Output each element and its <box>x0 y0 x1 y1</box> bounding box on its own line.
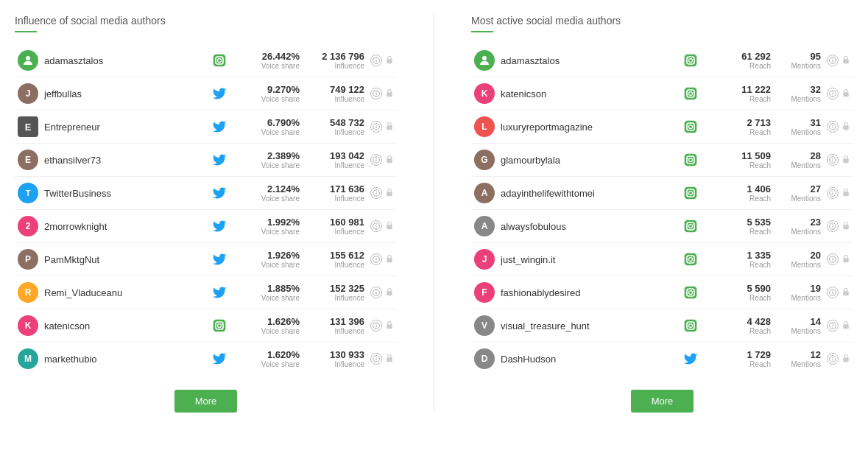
voice-share-label: Voice share <box>233 228 300 236</box>
influence-label: Influence <box>306 194 364 203</box>
svg-point-112 <box>832 291 833 292</box>
voice-share-label: Voice share <box>233 194 300 203</box>
voice-share-label: Voice share <box>233 360 300 368</box>
reach-label: Reach <box>705 161 771 169</box>
table-row: K katenicson 1.626% Voice share 131 396 … <box>15 309 397 343</box>
svg-point-49 <box>482 56 487 60</box>
table-row: J just_wingin.it 1 335 Reach 20 Mentions <box>471 243 853 276</box>
voice-share-value: 1.620% <box>233 349 300 360</box>
influence-stats: 155 612 Influence <box>306 250 364 269</box>
info-icon[interactable] <box>827 320 839 332</box>
lock-icon <box>385 254 394 264</box>
mentions-stats: 12 Mentions <box>777 349 821 368</box>
info-icon[interactable] <box>827 253 839 265</box>
info-icon[interactable] <box>827 220 839 232</box>
svg-point-69 <box>693 123 694 124</box>
voice-share-stats: 2.389% Voice share <box>233 150 300 169</box>
voice-share-stats: 6.790% Voice share <box>233 117 300 136</box>
action-icons <box>827 287 850 298</box>
reach-stats: 1 729 Reach <box>705 349 771 368</box>
avatar: G <box>474 150 495 170</box>
info-icon[interactable] <box>827 121 839 133</box>
author-name: 2morrowknight <box>44 221 205 232</box>
reach-stats: 11 509 Reach <box>705 150 771 169</box>
lock-icon <box>385 320 394 331</box>
voice-share-value: 1.885% <box>233 283 300 294</box>
action-icons <box>370 253 394 265</box>
svg-point-11 <box>375 92 376 93</box>
reach-value: 11 222 <box>705 84 771 95</box>
mentions-value: 12 <box>777 349 821 360</box>
influence-stats: 131 396 Influence <box>306 316 364 335</box>
info-icon[interactable] <box>827 154 839 166</box>
voice-share-stats: 1.926% Voice share <box>233 250 300 269</box>
mentions-stats: 27 Mentions <box>777 183 821 203</box>
action-icons <box>827 88 850 99</box>
reach-label: Reach <box>705 228 771 236</box>
info-icon[interactable] <box>370 121 382 133</box>
mentions-label: Mentions <box>777 194 821 203</box>
table-row: A adayinthelifewithtomei 1 406 Reach 27 … <box>471 177 853 210</box>
influence-value: 160 981 <box>306 217 364 228</box>
mentions-value: 23 <box>777 217 821 228</box>
svg-point-61 <box>693 90 694 91</box>
table-row: J jeffbullas 9.270% Voice share 749 122 … <box>15 77 397 111</box>
mentions-value: 14 <box>777 316 821 327</box>
svg-rect-32 <box>387 258 392 262</box>
info-icon[interactable] <box>370 353 382 365</box>
info-icon[interactable] <box>370 253 382 265</box>
reach-stats: 5 590 Reach <box>705 283 771 302</box>
svg-rect-121 <box>843 324 849 329</box>
author-name: katenicson <box>44 320 205 332</box>
reach-label: Reach <box>705 360 771 368</box>
reach-stats: 2 713 Reach <box>705 117 771 136</box>
action-icons <box>827 55 850 66</box>
reach-value: 2 713 <box>705 117 771 128</box>
avatar: T <box>18 183 38 203</box>
svg-rect-16 <box>387 125 392 130</box>
lock-icon <box>385 55 394 66</box>
info-icon[interactable] <box>827 353 839 365</box>
avatar: F <box>474 282 495 303</box>
right-more-button[interactable]: More <box>631 390 694 413</box>
lock-icon <box>385 155 394 165</box>
action-icons <box>370 121 394 133</box>
info-icon[interactable] <box>370 287 382 298</box>
mentions-value: 20 <box>777 250 821 261</box>
info-icon[interactable] <box>827 187 839 199</box>
table-row: R Remi_Vladuceanu 1.885% Voice share 152… <box>15 276 397 309</box>
influence-value: 749 122 <box>306 84 364 95</box>
svg-point-7 <box>375 59 376 60</box>
table-row: G glamourbylala 11 509 Reach 28 Mentions <box>471 144 853 177</box>
info-icon[interactable] <box>370 220 382 232</box>
info-icon[interactable] <box>370 320 382 332</box>
social-icon <box>211 318 227 334</box>
lock-icon <box>385 221 394 231</box>
reach-stats: 1 335 Reach <box>705 250 771 269</box>
info-icon[interactable] <box>827 287 839 298</box>
influence-label: Influence <box>306 261 364 269</box>
svg-rect-65 <box>843 92 849 97</box>
author-name: PamMktgNut <box>44 254 205 265</box>
mentions-value: 27 <box>777 183 821 194</box>
info-icon[interactable] <box>370 88 382 99</box>
svg-rect-125 <box>843 357 849 362</box>
info-icon[interactable] <box>370 55 382 66</box>
avatar: K <box>474 83 495 104</box>
table-row: K katenicson 11 222 Reach 32 Mentions <box>471 77 853 111</box>
left-more-button[interactable]: More <box>174 390 238 413</box>
info-icon[interactable] <box>827 55 839 66</box>
influence-stats: 152 325 Influence <box>306 283 364 302</box>
info-icon[interactable] <box>827 88 839 99</box>
influence-label: Influence <box>306 161 364 169</box>
table-row: E Entrepreneur 6.790% Voice share 548 73… <box>15 111 397 144</box>
author-name: ethansilver73 <box>44 155 205 166</box>
table-row: F fashionablydesired 5 590 Reach 19 Ment… <box>471 276 853 309</box>
reach-label: Reach <box>705 327 771 335</box>
svg-rect-8 <box>387 59 392 63</box>
table-row: E ethansilver73 2.389% Voice share 193 0… <box>15 144 397 177</box>
info-icon[interactable] <box>370 187 382 199</box>
avatar: E <box>18 150 38 170</box>
info-icon[interactable] <box>370 154 382 166</box>
social-icon <box>211 251 227 267</box>
